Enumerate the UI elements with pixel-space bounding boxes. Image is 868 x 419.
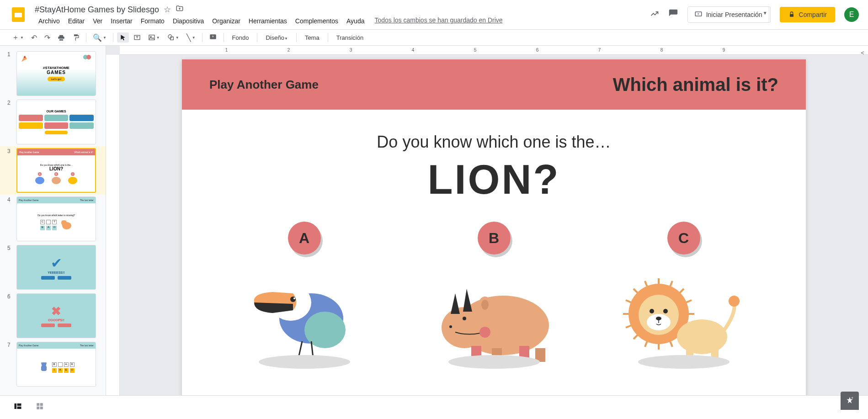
slides-logo[interactable] (9, 5, 27, 24)
bottom-bar (0, 395, 868, 419)
activity-icon[interactable] (650, 9, 659, 21)
share-button[interactable]: Compartir (780, 7, 835, 22)
svg-point-27 (304, 312, 346, 348)
save-status[interactable]: Todos los cambios se han guardado en Dri… (374, 16, 502, 26)
thumb-2[interactable]: OUR GAMES (16, 100, 96, 144)
thumb-number: 1 (7, 51, 13, 96)
thumb-number: 4 (7, 196, 13, 241)
svg-rect-8 (149, 35, 154, 40)
thumb-4[interactable]: Play Another GameThe lost letter Do you … (16, 196, 96, 241)
comment-tool[interactable]: + (206, 32, 220, 43)
rhino-image[interactable] (430, 268, 558, 369)
svg-point-36 (442, 307, 487, 348)
shape-tool[interactable]: ▼ (165, 32, 182, 43)
transition-button[interactable]: Transición (332, 32, 368, 43)
thumb-row-2[interactable]: 2 OUR GAMES (0, 98, 106, 146)
star-icon[interactable]: ☆ (164, 5, 171, 15)
layout-button[interactable]: Diseño▼ (261, 32, 292, 43)
background-button[interactable]: Fondo (228, 32, 254, 43)
line-tool[interactable]: ╲▼ (184, 32, 198, 44)
options-row: A (209, 222, 778, 369)
svg-rect-77 (37, 403, 39, 406)
x-icon: ✖ (51, 304, 61, 318)
thumb-6[interactable]: ✖ OOOOPS!! (16, 293, 96, 338)
header-right: Iniciar Presentación ▼ Compartir E (650, 6, 859, 23)
image-tool[interactable]: ▼ (145, 32, 163, 43)
svg-point-30 (293, 297, 295, 299)
menu-herramientas[interactable]: Herramientas (245, 16, 291, 26)
doc-title[interactable]: #StayAtHome Games by Slidesgo (35, 5, 159, 15)
comments-icon[interactable] (668, 9, 678, 21)
collapse-sidebar-icon[interactable]: < (857, 48, 868, 58)
explore-button[interactable]: + (841, 392, 859, 410)
svg-point-70 (677, 319, 727, 354)
thumb-row-5[interactable]: 5 ✔ YEEEESS!! (0, 243, 106, 292)
svg-rect-76 (17, 407, 21, 409)
present-button[interactable]: Iniciar Presentación (687, 6, 769, 23)
move-folder-icon[interactable] (176, 5, 184, 15)
menu-archivo[interactable]: Archivo (35, 16, 64, 26)
svg-rect-75 (17, 403, 21, 406)
thumb-row-4[interactable]: 4 Play Another GameThe lost letter Do yo… (0, 195, 106, 243)
separator (113, 33, 113, 42)
zoom-button[interactable]: 🔍▼ (90, 32, 109, 44)
filmstrip-view-icon[interactable] (14, 402, 22, 413)
menu-organizar[interactable]: Organizar (208, 16, 244, 26)
thumb-3[interactable]: Play Another GameWhich animal is it? Do … (16, 148, 96, 193)
svg-point-68 (663, 309, 668, 313)
question-text: Do you know which one is the… (209, 133, 778, 152)
ruler-horizontal: 1 2 3 4 5 6 7 8 9 (120, 46, 868, 55)
print-button[interactable] (55, 32, 68, 43)
slide-body: Do you know which one is the… LION? A (182, 110, 806, 392)
thumb-row-6[interactable]: 6 ✖ OOOOPS!! (0, 292, 106, 340)
thumb-number: 6 (7, 293, 13, 338)
option-b-button[interactable]: B (478, 222, 511, 255)
avatar[interactable]: E (844, 7, 859, 22)
present-dropdown[interactable]: ▼ (760, 6, 771, 23)
new-slide-button[interactable]: ＋▼ (9, 31, 27, 44)
separator (257, 33, 257, 42)
thumb-row-7[interactable]: 7 Play Another GameThe lost letter BAR I… (0, 340, 106, 388)
menu-insertar[interactable]: Insertar (107, 16, 136, 26)
menu-editar[interactable]: Editar (64, 16, 89, 26)
textbox-tool[interactable] (131, 32, 144, 43)
ruler-vertical (106, 55, 120, 395)
menu-ver[interactable]: Ver (89, 16, 106, 26)
svg-point-17 (86, 55, 91, 59)
share-label: Compartir (799, 11, 827, 18)
thumb-5[interactable]: ✔ YEEEESS!! (16, 245, 96, 290)
thumb-row-1[interactable]: 1 #STAYATHOME GAMES Let's go! (0, 49, 106, 98)
redo-button[interactable]: ↷ (42, 32, 53, 44)
thumb-7[interactable]: Play Another GameThe lost letter BAR IAE… (16, 342, 96, 387)
option-a-button[interactable]: A (288, 222, 321, 255)
play-another-link[interactable]: Play Another Game (209, 78, 319, 92)
svg-rect-78 (40, 403, 43, 406)
grid-view-icon[interactable] (36, 402, 44, 413)
svg-marker-38 (463, 289, 472, 312)
svg-rect-1 (15, 13, 22, 17)
canvas-area[interactable]: 1 2 3 4 5 6 7 8 9 Play Another Game Whic… (106, 46, 868, 395)
thumb-row-3[interactable]: 3 Play Another GameWhich animal is it? D… (0, 146, 106, 195)
paint-format-button[interactable] (69, 32, 82, 43)
menu-complementos[interactable]: Complementos (292, 16, 342, 26)
menu-ayuda[interactable]: Ayuda (343, 16, 368, 26)
svg-marker-14 (21, 55, 27, 62)
svg-marker-37 (451, 293, 460, 314)
undo-button[interactable]: ↶ (28, 32, 40, 44)
svg-rect-80 (40, 407, 43, 409)
menu-formato[interactable]: Formato (137, 16, 168, 26)
slide-panel[interactable]: 1 #STAYATHOME GAMES Let's go! 2 OUR GAME… (0, 46, 106, 395)
option-a: A (240, 222, 368, 369)
menu-diapositiva[interactable]: Diapositiva (169, 16, 208, 26)
svg-rect-79 (37, 407, 39, 409)
option-c-button[interactable]: C (667, 222, 700, 255)
lion-image[interactable] (620, 268, 748, 369)
svg-point-67 (650, 309, 654, 313)
thumb-1[interactable]: #STAYATHOME GAMES Let's go! (16, 51, 96, 96)
separator (328, 33, 328, 42)
theme-button[interactable]: Tema (300, 32, 324, 43)
slide-canvas[interactable]: Play Another Game Which animal is it? Do… (182, 59, 806, 395)
separator (296, 33, 297, 42)
toucan-image[interactable] (240, 268, 368, 369)
select-tool[interactable] (117, 32, 129, 42)
